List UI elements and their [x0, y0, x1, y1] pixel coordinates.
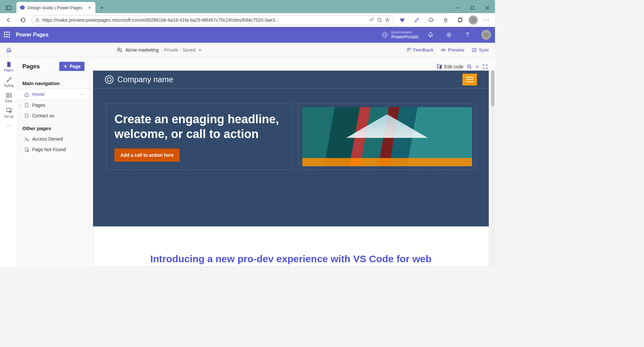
browser-refresh-button[interactable] — [17, 14, 29, 26]
rail-data[interactable]: Data — [1, 90, 17, 105]
reader-mode-button[interactable]: A)) — [369, 17, 374, 22]
home-icon — [24, 92, 30, 97]
panel-title: Pages — [22, 63, 40, 70]
preview-button[interactable]: Preview — [441, 47, 464, 53]
tab-close-button[interactable]: × — [87, 5, 92, 10]
back-arrow-icon — [6, 17, 12, 23]
address-bar[interactable]: https://make.preview.powerpages.microsof… — [32, 15, 394, 25]
ext-button-2[interactable] — [411, 14, 423, 26]
lock-icon — [35, 18, 40, 22]
puzzle-icon — [428, 17, 434, 23]
browser-menu-button[interactable]: ··· — [481, 14, 492, 26]
home-button[interactable] — [6, 47, 12, 53]
svg-rect-4 — [471, 7, 474, 10]
extensions-button[interactable] — [425, 14, 437, 26]
tree-item-access-denied[interactable]: Access Denied — [18, 134, 89, 144]
add-page-button[interactable]: Page — [59, 62, 85, 71]
rail-styling[interactable]: Styling — [1, 75, 17, 89]
app-launcher-button[interactable] — [4, 32, 11, 38]
tab-groups-icon — [6, 5, 11, 11]
browser-profile-avatar[interactable] — [469, 15, 478, 25]
rail-more[interactable]: ··· — [1, 121, 17, 130]
notifications-button[interactable] — [424, 28, 437, 41]
ext-button-1[interactable] — [396, 14, 408, 26]
hero-image-column[interactable] — [299, 104, 476, 170]
window-maximize-button[interactable] — [465, 3, 480, 13]
window-minimize-button[interactable] — [450, 3, 465, 13]
zoom-button[interactable] — [467, 64, 472, 69]
zoom-reset-icon[interactable] — [377, 17, 382, 23]
browser-tab[interactable]: Design studio | Power Pages × — [16, 2, 95, 13]
browser-back-button[interactable] — [3, 14, 14, 26]
tree-item-label: Access Denied — [32, 136, 63, 142]
environment-label: Environment — [391, 30, 419, 34]
window-close-button[interactable] — [480, 3, 495, 13]
hero-section[interactable]: Create an engaging headline, welcome, or… — [93, 88, 489, 226]
rail-setup[interactable]: Set up — [1, 105, 17, 120]
canvas-scrollbar[interactable] — [490, 70, 495, 267]
help-button[interactable]: ? — [461, 28, 474, 41]
environment-picker[interactable]: Environment PowerPortals — [391, 30, 419, 39]
rail-pages-label: Pages — [4, 68, 13, 72]
svg-point-21 — [407, 48, 409, 50]
row-more-button[interactable]: ··· — [80, 92, 85, 97]
feedback-label: Feedback — [413, 47, 433, 53]
setup-icon — [6, 107, 12, 114]
sync-icon — [472, 47, 477, 53]
page-canvas[interactable]: Company name Create an engaging headline… — [93, 70, 489, 267]
home-icon — [6, 47, 12, 53]
site-selector[interactable]: Akme marketing - Private - Saved — [117, 47, 202, 53]
chevron-right-icon[interactable]: › — [20, 103, 21, 107]
url-text: https://make.preview.powerpages.microsof… — [42, 17, 367, 23]
hero-headline[interactable]: Create an engaging headline, welcome, or… — [114, 112, 285, 141]
page-icon — [6, 61, 12, 68]
scrollbar-thumb[interactable] — [491, 70, 494, 106]
svg-rect-20 — [121, 51, 122, 52]
page-icon — [24, 113, 30, 118]
tree-item-label: Home — [32, 92, 44, 97]
settings-button[interactable] — [442, 28, 456, 41]
zoom-dropdown[interactable] — [475, 65, 479, 69]
hero-image[interactable] — [302, 107, 472, 166]
tab-title: Design studio | Power Pages — [28, 5, 83, 10]
favorite-star-icon[interactable] — [385, 17, 390, 23]
svg-line-35 — [28, 140, 29, 141]
powerpages-favicon-icon — [20, 5, 25, 10]
tree-item-home[interactable]: Home ··· — [18, 89, 89, 100]
product-name: Power Pages — [16, 32, 49, 38]
site-header[interactable]: Company name — [93, 71, 489, 88]
fullscreen-button[interactable] — [483, 64, 488, 69]
add-page-label: Page — [70, 64, 81, 69]
company-name[interactable]: Company name — [117, 75, 173, 84]
user-avatar[interactable] — [481, 30, 491, 40]
feather-icon — [414, 17, 420, 23]
feedback-icon — [406, 47, 411, 53]
new-tab-button[interactable]: + — [97, 3, 107, 13]
refresh-icon — [20, 17, 26, 23]
cta-button[interactable]: Add a call to action here — [114, 149, 180, 162]
collections-button[interactable] — [454, 14, 466, 26]
gear-icon — [446, 32, 452, 38]
star-lines-icon — [443, 17, 449, 23]
tree-item-not-found[interactable]: Page Not Found — [18, 144, 89, 155]
bell-icon — [428, 32, 433, 38]
help-icon: ? — [466, 32, 469, 38]
tree-item-pages[interactable]: › Pages — [18, 100, 89, 110]
favorites-button[interactable] — [440, 14, 452, 26]
section-other-pages: Other pages — [18, 121, 89, 134]
tab-groups-button[interactable] — [3, 3, 14, 13]
svg-point-23 — [443, 49, 444, 51]
rail-pages[interactable]: Pages — [1, 59, 17, 74]
hamburger-menu-button[interactable] — [462, 74, 477, 85]
ellipsis-icon: ··· — [483, 16, 489, 23]
sync-label: Sync — [479, 47, 489, 53]
feedback-button[interactable]: Feedback — [406, 47, 433, 53]
ellipsis-icon: ··· — [6, 123, 11, 128]
edit-code-button[interactable]: Edit code — [436, 64, 463, 70]
preview-label: Preview — [448, 47, 464, 53]
maximize-icon — [470, 6, 474, 10]
tree-item-contact[interactable]: Contact us — [18, 110, 89, 121]
sync-button[interactable]: Sync — [472, 47, 489, 53]
hero-text-column[interactable]: Create an engaging headline, welcome, or… — [106, 104, 293, 170]
edit-code-label: Edit code — [444, 64, 463, 69]
